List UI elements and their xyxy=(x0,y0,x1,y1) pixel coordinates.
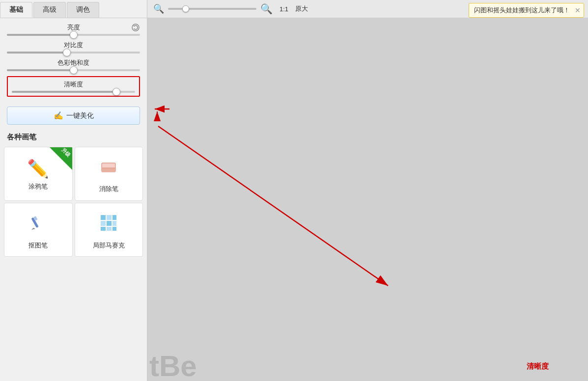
main-area: 🔍 🔍 1:1 原大 闪图和摇头娃娃搬到这儿来了哦！ ✕ xyxy=(147,0,588,381)
tbe-watermark: tBe xyxy=(147,352,197,381)
brush-mosaic[interactable]: 局部马赛克 xyxy=(75,203,143,257)
sharpness-box: 清晰度 xyxy=(7,76,140,97)
zoom-100-button[interactable]: 1:1 xyxy=(277,4,291,14)
zoom-out-icon[interactable]: 🔍 xyxy=(153,3,164,14)
doodle-label: 涂鸦笔 xyxy=(28,182,48,191)
contrast-filled xyxy=(7,52,67,54)
svg-rect-12 xyxy=(101,227,106,231)
contrast-label: 对比度 xyxy=(7,41,140,50)
tab-basic[interactable]: 基础 xyxy=(0,2,32,18)
sliders-section: 亮度 对比度 xyxy=(0,18,147,104)
sharpness-track[interactable] xyxy=(12,91,135,93)
brush-doodle[interactable]: 升级 ✏️ 涂鸦笔 xyxy=(4,147,73,201)
svg-rect-9 xyxy=(101,221,106,226)
refresh-icon[interactable] xyxy=(131,23,140,34)
notification-close-button[interactable]: ✕ xyxy=(575,6,581,14)
tab-bar: 基础 高级 调色 xyxy=(0,0,147,18)
main-toolbar: 🔍 🔍 1:1 原大 闪图和摇头娃娃搬到这儿来了哦！ ✕ xyxy=(147,0,588,18)
zoom-slider-container xyxy=(168,8,256,10)
mosaic-icon xyxy=(98,212,119,238)
doodle-icon: ✏️ xyxy=(27,159,49,179)
notification-text: 闪图和摇头娃娃搬到这儿来了哦！ xyxy=(474,6,570,15)
contrast-track[interactable] xyxy=(7,52,140,54)
bottom-sharpness-label: 清晰度 xyxy=(527,362,549,371)
brush-grid: 升级 ✏️ 涂鸦笔 消除笔 xyxy=(0,145,147,259)
brush-eraser[interactable]: 消除笔 xyxy=(75,147,143,201)
brightness-thumb[interactable] xyxy=(70,31,78,39)
brightness-filled xyxy=(7,34,74,36)
contrast-row: 对比度 xyxy=(7,41,140,54)
mosaic-label: 局部马赛克 xyxy=(93,241,125,250)
svg-rect-10 xyxy=(107,221,112,226)
svg-rect-14 xyxy=(112,227,116,231)
sharpness-arrow xyxy=(152,102,172,116)
svg-rect-13 xyxy=(107,227,112,231)
svg-line-17 xyxy=(158,126,388,286)
saturation-filled xyxy=(7,69,74,71)
beautify-button[interactable]: ✍️ 一键美化 xyxy=(7,107,140,125)
svg-point-0 xyxy=(132,24,139,31)
zoom-track[interactable] xyxy=(168,8,256,10)
contrast-thumb[interactable] xyxy=(63,49,71,56)
lasso-icon xyxy=(28,212,49,238)
arrow-overlay xyxy=(147,18,588,381)
svg-rect-8 xyxy=(112,215,116,220)
sharpness-thumb[interactable] xyxy=(112,88,120,96)
svg-rect-7 xyxy=(107,215,112,220)
brightness-track[interactable] xyxy=(7,34,140,36)
zoom-original-label: 原大 xyxy=(295,4,308,13)
svg-rect-2 xyxy=(102,168,115,172)
eraser-label: 消除笔 xyxy=(99,185,118,193)
beautify-label: 一键美化 xyxy=(66,111,94,120)
sharpness-filled xyxy=(12,91,116,93)
beautify-icon: ✍️ xyxy=(54,111,63,120)
sidebar: 基础 高级 调色 亮度 对比度 xyxy=(0,0,147,381)
lasso-label: 抠图笔 xyxy=(28,241,48,250)
svg-rect-11 xyxy=(112,221,116,226)
saturation-row: 色彩饱和度 xyxy=(7,58,140,71)
zoom-in-icon[interactable]: 🔍 xyxy=(260,3,273,15)
svg-rect-6 xyxy=(101,215,106,220)
eraser-icon xyxy=(98,156,119,182)
brightness-row: 亮度 xyxy=(7,23,140,36)
notification-banner: 闪图和摇头娃娃搬到这儿来了哦！ ✕ xyxy=(469,3,584,18)
canvas-area: 清晰度 tBe xyxy=(147,18,588,381)
brushes-section-title: 各种画笔 xyxy=(0,130,147,145)
tab-tone[interactable]: 调色 xyxy=(67,2,99,18)
tab-advanced[interactable]: 高级 xyxy=(33,2,66,18)
zoom-thumb[interactable] xyxy=(182,5,189,12)
saturation-track[interactable] xyxy=(7,69,140,71)
brush-lasso[interactable]: 抠图笔 xyxy=(4,203,73,257)
saturation-thumb[interactable] xyxy=(70,66,78,74)
